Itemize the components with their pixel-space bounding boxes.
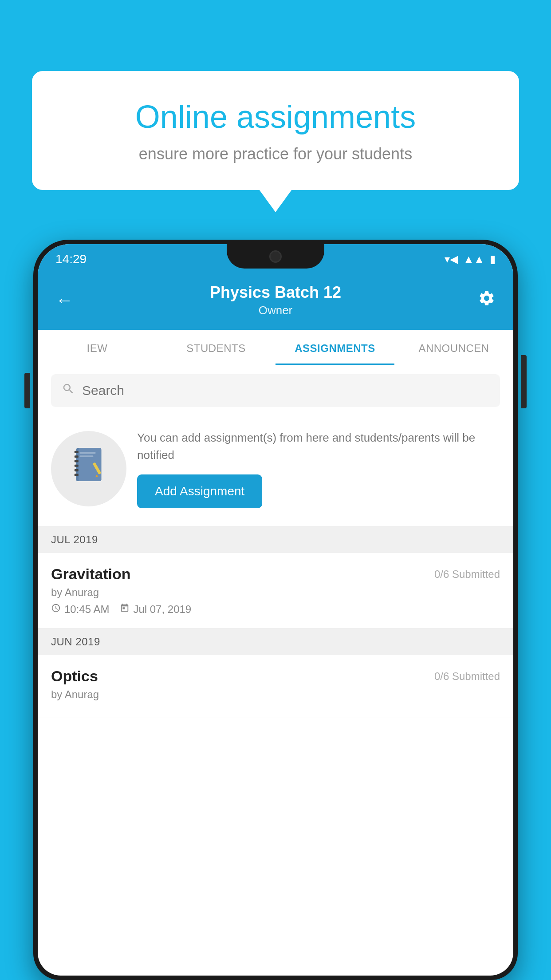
tab-announcements[interactable]: ANNOUNCEN — [394, 330, 513, 365]
search-container — [38, 365, 513, 416]
add-assignment-button[interactable]: Add Assignment — [137, 474, 262, 508]
clock-icon — [51, 603, 61, 616]
tab-students[interactable]: STUDENTS — [157, 330, 276, 365]
assignment-item-gravitation[interactable]: Gravitation 0/6 Submitted by Anurag 10:4… — [38, 553, 513, 628]
assignment-datetime: 10:45 AM Jul 07, 2019 — [51, 603, 500, 616]
status-icons: ▾◀ ▲▲ ▮ — [445, 253, 496, 265]
tab-iew[interactable]: IEW — [38, 330, 157, 365]
settings-button[interactable] — [478, 289, 496, 311]
app-header: ← Physics Batch 12 Owner — [38, 274, 513, 330]
back-button[interactable]: ← — [55, 290, 73, 310]
month-separator-jun: JUN 2019 — [38, 628, 513, 655]
promo-subtitle: ensure more practice for your students — [63, 145, 488, 163]
search-input[interactable] — [82, 383, 489, 398]
front-camera — [269, 250, 282, 263]
assignment-submitted-optics: 0/6 Submitted — [434, 670, 500, 683]
phone-screen: 14:29 ▾◀ ▲▲ ▮ ← Physics Batch 12 Owner — [38, 244, 513, 976]
promo-description: You can add assignment(s) from here and … — [137, 429, 500, 464]
power-button — [521, 355, 527, 408]
promo-text-area: You can add assignment(s) from here and … — [137, 429, 500, 508]
header-title-area: Physics Batch 12 Owner — [73, 283, 478, 317]
svg-rect-7 — [75, 474, 79, 476]
promo-card: Online assignments ensure more practice … — [32, 71, 519, 190]
svg-rect-3 — [75, 455, 79, 458]
assignment-item-optics[interactable]: Optics 0/6 Submitted by Anurag — [38, 655, 513, 718]
promo-section: You can add assignment(s) from here and … — [38, 416, 513, 526]
notebook-icon — [71, 445, 106, 492]
promo-title: Online assignments — [63, 98, 488, 136]
search-wrapper[interactable] — [51, 374, 500, 407]
assignment-time: 10:45 AM — [51, 603, 109, 616]
status-time: 14:29 — [55, 252, 87, 266]
batch-title: Physics Batch 12 — [73, 283, 478, 302]
assignment-row-title: Gravitation 0/6 Submitted — [51, 565, 500, 583]
assignment-date: Jul 07, 2019 — [120, 603, 191, 616]
svg-rect-9 — [79, 455, 93, 457]
assignment-by: by Anurag — [51, 586, 500, 599]
svg-rect-5 — [75, 465, 79, 467]
tab-assignments[interactable]: ASSIGNMENTS — [276, 330, 394, 365]
phone-mockup: 14:29 ▾◀ ▲▲ ▮ ← Physics Batch 12 Owner — [33, 240, 518, 980]
assignment-submitted: 0/6 Submitted — [434, 568, 500, 581]
volume-button — [24, 373, 30, 408]
wifi-icon: ▾◀ — [445, 253, 458, 265]
battery-icon: ▮ — [490, 253, 496, 265]
assignment-by-optics: by Anurag — [51, 688, 500, 701]
assignment-title: Gravitation — [51, 565, 130, 583]
promo-icon-circle — [51, 431, 126, 506]
signal-icon: ▲▲ — [463, 253, 484, 265]
assignment-time-value: 10:45 AM — [64, 603, 109, 616]
svg-rect-8 — [79, 452, 95, 454]
svg-rect-2 — [75, 451, 79, 453]
speech-bubble: Online assignments ensure more practice … — [32, 71, 519, 190]
assignment-date-value: Jul 07, 2019 — [133, 603, 191, 616]
svg-rect-6 — [75, 469, 79, 471]
batch-role: Owner — [73, 304, 478, 317]
phone-notch — [227, 244, 324, 269]
calendar-icon — [120, 603, 130, 616]
search-icon — [62, 382, 75, 399]
month-separator-jul: JUL 2019 — [38, 526, 513, 553]
tabs-bar: IEW STUDENTS ASSIGNMENTS ANNOUNCEN — [38, 330, 513, 365]
assignment-title-optics: Optics — [51, 668, 98, 685]
svg-rect-4 — [75, 460, 79, 462]
assignment-row-title-optics: Optics 0/6 Submitted — [51, 668, 500, 685]
